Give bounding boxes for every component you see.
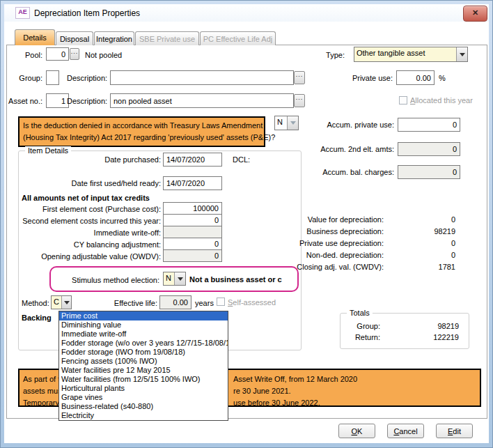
private-use-depreciation-label: Private use depreciation:: [293, 239, 384, 247]
app-logo-icon: AE: [15, 7, 30, 19]
method-option-water-facilities-pre[interactable]: Water facilities pre 12 May 2015: [59, 366, 228, 375]
type-combobox[interactable]: Other tangible asset: [354, 47, 468, 62]
housing-question-line2: (Housing Tax Integrity) Act 2017 regardi…: [23, 132, 260, 144]
value-for-depreciation-label: Value for depreciation:: [293, 215, 384, 224]
date-first-used-input[interactable]: 14/07/2020: [163, 176, 222, 190]
asset-no-input[interactable]: 1: [46, 93, 69, 108]
second-element-costs-label: Second element costs incurred this year:: [22, 217, 161, 225]
dcl-label: DCL:: [233, 155, 250, 164]
method-option-fencing-assets[interactable]: Fencing assets (100% IWO): [59, 357, 228, 366]
accum-2nd-elt-input: 0: [398, 142, 460, 156]
tab-pc-effective-life-adj: PC Effective Life Adj: [200, 31, 276, 45]
totals-group-value: 98219: [391, 322, 459, 330]
method-option-fodder-storage-iwo[interactable]: Fodder storage (IWO from 19/08/18): [59, 348, 228, 357]
opening-adjustable-value-label: Opening adjustable value (OWDV):: [22, 252, 161, 261]
pool-input[interactable]: 0: [46, 47, 69, 61]
method-option-electricity[interactable]: Electricity: [59, 411, 228, 420]
close-icon[interactable]: ✕: [463, 6, 487, 22]
cy-balancing-adjustment-label: CY balancing adjustment:: [22, 240, 161, 249]
notice-left-line3: Temporary: [23, 399, 59, 407]
chevron-down-icon: [287, 116, 298, 130]
private-use-depreciation-value: 0: [391, 239, 455, 247]
tab-disposal[interactable]: Disposal: [56, 31, 93, 45]
date-purchased-input[interactable]: 14/07/2020: [163, 153, 222, 167]
type-label: Type:: [300, 51, 345, 59]
housing-answer-combobox: N: [274, 116, 299, 130]
asset-description-browse-button[interactable]: ...: [294, 94, 305, 107]
effective-life-input: 0.00: [159, 295, 191, 309]
asset-no-label: Asset no.:: [8, 97, 42, 105]
method-option-fodder-storage-wo[interactable]: Fodder storage (w/o over 3 years 12/7/15…: [59, 339, 228, 348]
dialog-window: AE Depreciation Item Properties ✕ Detail…: [0, 0, 493, 448]
method-option-water-facilities-from[interactable]: Water facilities (from 12/5/15 100% IWO): [59, 375, 228, 384]
years-label: years: [195, 299, 214, 307]
group-label: Group:: [8, 74, 42, 82]
private-use-label: Private use:: [342, 74, 393, 82]
method-label: Method:: [22, 299, 49, 307]
pool-status-text: Not pooled: [85, 51, 122, 59]
stimulus-method-label: Stimulus method election:: [56, 276, 159, 284]
totals-legend: Totals: [347, 309, 373, 317]
pool-label: Pool:: [8, 51, 42, 59]
item-details-legend: Item Details: [25, 146, 71, 155]
asset-description-label: Description:: [67, 97, 107, 105]
method-option-business-related[interactable]: Business-related (s40-880): [59, 402, 228, 411]
totals-return-label: Return:: [345, 333, 380, 341]
date-first-used-label: Date first used/held ready:: [22, 179, 161, 187]
closing-adjustable-value-label: Closing adj. val. (CWDV):: [293, 263, 384, 271]
tab-integration[interactable]: Integration: [94, 31, 134, 45]
totals-group-label: Group:: [345, 322, 380, 330]
group-description-label: Description:: [67, 74, 107, 82]
accum-private-use-input[interactable]: 0: [398, 118, 460, 132]
ok-button[interactable]: OK: [338, 424, 375, 438]
notice-right-line3: use before 30 June 2022.: [233, 399, 320, 407]
second-element-costs-input[interactable]: 0: [163, 214, 222, 226]
private-use-input[interactable]: 0.00: [396, 70, 435, 85]
closing-adjustable-value-value: 1781: [391, 263, 455, 271]
method-value: C: [52, 296, 61, 309]
method-dropdown-list: Prime cost Diminishing value Immediate w…: [58, 311, 228, 421]
value-for-depreciation-value: 0: [391, 215, 455, 224]
window-title: Depreciation Item Properties: [34, 8, 140, 18]
chevron-down-icon: [456, 47, 467, 61]
edit-button[interactable]: Edit: [436, 424, 473, 438]
business-depreciation-value: 98219: [391, 227, 455, 235]
non-ded-depreciation-value: 0: [391, 251, 455, 259]
pool-browse-button[interactable]: ...: [70, 48, 79, 60]
accum-bal-charges-label: Accum. bal. charges:: [300, 168, 394, 176]
first-element-cost-input[interactable]: 100000: [163, 202, 222, 215]
allocated-this-year-checkbox: [399, 96, 407, 105]
method-option-prime-cost[interactable]: Prime cost: [59, 311, 228, 320]
housing-question-line1: Is the deduction denied in accordance wi…: [23, 120, 260, 132]
method-option-immediate-write-off[interactable]: Immediate write-off: [59, 330, 228, 339]
non-ded-depreciation-label: Non-ded. depreciation:: [293, 251, 384, 259]
titlebar: AE Depreciation Item Properties: [4, 4, 489, 22]
notice-right-line2: re 30 June 2021.: [233, 387, 291, 395]
totals-return-value: 122219: [391, 333, 459, 341]
cancel-button[interactable]: Cancel: [387, 424, 424, 438]
effective-life-label: Effective life:: [88, 299, 157, 307]
net-of-gst-note: All amounts net of input tax credits: [22, 194, 150, 202]
date-purchased-label: Date purchased:: [22, 155, 161, 164]
group-description-browse-button[interactable]: ...: [294, 71, 305, 84]
business-depreciation-label: Business depreciation:: [293, 227, 384, 235]
first-element-cost-label: First element cost (Purchase cost):: [22, 205, 161, 213]
method-option-diminishing-value[interactable]: Diminishing value: [59, 320, 228, 330]
tab-details[interactable]: Details: [15, 29, 55, 45]
stimulus-method-combobox[interactable]: N: [163, 272, 186, 286]
stimulus-method-value: N: [164, 272, 174, 285]
accum-bal-charges-input: 0: [398, 165, 460, 179]
accum-private-use-label: Accum. private use:: [300, 121, 394, 129]
stimulus-method-note: Not a business asset or c: [189, 275, 298, 284]
group-input[interactable]: [46, 70, 59, 85]
method-combobox[interactable]: C: [51, 295, 72, 309]
chevron-down-icon: [61, 296, 71, 309]
type-value: Other tangible asset: [354, 47, 456, 61]
asset-description-input[interactable]: non pooled asset: [110, 93, 294, 108]
group-description-input[interactable]: [110, 70, 294, 85]
cy-balancing-adjustment-input[interactable]: 0: [163, 238, 222, 250]
chevron-down-icon: [174, 272, 185, 285]
method-option-grape-vines[interactable]: Grape vines: [59, 393, 228, 402]
immediate-write-off-input: [163, 226, 222, 238]
method-option-horticultural-plants[interactable]: Horticultural plants: [59, 384, 228, 393]
